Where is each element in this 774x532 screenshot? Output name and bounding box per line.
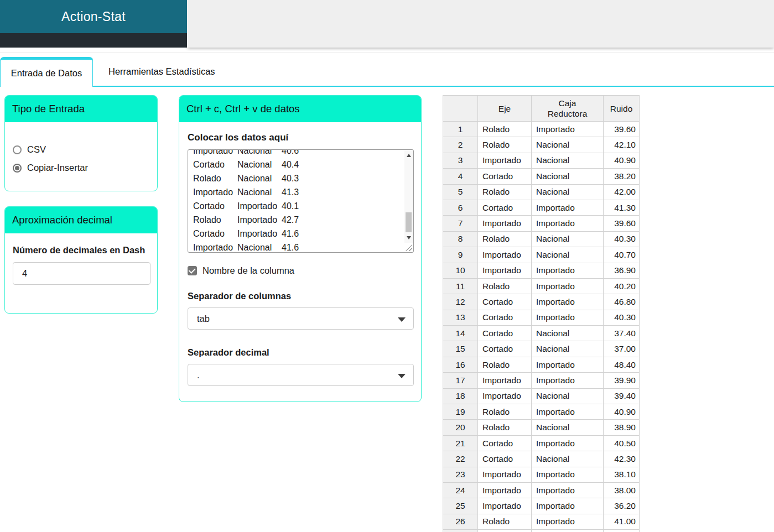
table-cell[interactable]: Cortado	[478, 326, 532, 341]
table-cell[interactable]: 38.10	[604, 467, 640, 482]
table-cell[interactable]: Cortado	[478, 435, 532, 451]
table-cell[interactable]: 48.40	[604, 357, 640, 372]
tab-herramientas-estadisticas[interactable]: Herramientas Estadísticas	[93, 57, 774, 87]
table-cell[interactable]: 40.70	[604, 247, 640, 263]
row-index-cell: 13	[443, 310, 478, 325]
table-cell[interactable]: Cortado	[478, 341, 532, 357]
scroll-down-button[interactable]	[404, 233, 413, 242]
table-cell[interactable]: Nacional	[532, 231, 604, 247]
table-cell[interactable]: Importado	[532, 200, 604, 215]
table-cell[interactable]: Cortado	[478, 200, 532, 215]
radio-option-copiar-insertar[interactable]: Copiar-Insertar	[13, 163, 149, 173]
table-cell[interactable]: Importado	[532, 373, 604, 388]
table-cell[interactable]: 39.90	[604, 373, 640, 388]
table-cell[interactable]: Importado	[532, 294, 604, 310]
table-cell[interactable]: 41.30	[604, 200, 640, 215]
table-cell[interactable]: Cortado	[478, 451, 532, 467]
row-index-cell: 5	[443, 184, 478, 200]
table-cell[interactable]: Importado	[478, 263, 532, 278]
table-cell[interactable]: 42.10	[604, 137, 640, 153]
table-cell[interactable]: Nacional	[532, 451, 604, 467]
table-cell[interactable]: Importado	[478, 247, 532, 263]
table-cell[interactable]: Rolado	[478, 231, 532, 247]
tab-label: Herramientas Estadísticas	[108, 66, 215, 77]
table-cell[interactable]: Rolado	[478, 514, 532, 529]
row-index-cell: 9	[443, 247, 478, 263]
table-cell[interactable]: Cortado	[478, 310, 532, 325]
row-index-cell: 14	[443, 326, 478, 341]
decimals-input[interactable]	[13, 262, 150, 285]
table-cell[interactable]: Importado	[532, 482, 604, 498]
table-cell[interactable]: Importado	[532, 122, 604, 137]
table-cell[interactable]: 40.30	[604, 231, 640, 247]
table-cell[interactable]: 40.90	[604, 153, 640, 168]
table-cell[interactable]: 36.90	[604, 263, 640, 278]
table-cell[interactable]: Nacional	[532, 184, 604, 200]
table-cell[interactable]: 40.50	[604, 435, 640, 451]
table-cell[interactable]: Importado	[478, 216, 532, 231]
table-cell[interactable]: Importado	[532, 435, 604, 451]
radio-option-csv[interactable]: CSV	[13, 144, 149, 155]
table-cell[interactable]: Nacional	[532, 388, 604, 404]
table-cell[interactable]: 40.30	[604, 310, 640, 325]
paste-textarea[interactable]: Importado Nacional 40.6 Cortado Nacional…	[188, 149, 414, 253]
table-cell[interactable]: Rolado	[478, 404, 532, 420]
table-cell[interactable]: Rolado	[478, 420, 532, 435]
table-cell[interactable]: 42.30	[604, 451, 640, 467]
table-cell[interactable]: Importado	[532, 310, 604, 325]
column-header	[443, 96, 478, 122]
table-cell[interactable]: 40.20	[604, 278, 640, 294]
table-cell[interactable]: Rolado	[478, 357, 532, 372]
table-cell[interactable]: Importado	[478, 388, 532, 404]
column-name-checkbox[interactable]: Nombre de la columna	[188, 265, 413, 276]
table-cell[interactable]: Importado	[478, 482, 532, 498]
decimal-separator-dropdown[interactable]: .	[188, 364, 414, 386]
table-cell[interactable]: Importado	[478, 373, 532, 388]
table-cell[interactable]: Importado	[532, 357, 604, 372]
table-cell[interactable]: Importado	[532, 404, 604, 420]
table-cell[interactable]: 39.60	[604, 216, 640, 231]
table-cell[interactable]: 38.00	[604, 482, 640, 498]
table-cell[interactable]: Nacional	[532, 341, 604, 357]
table-cell[interactable]: Nacional	[532, 326, 604, 341]
table-cell[interactable]: Rolado	[478, 184, 532, 200]
textarea-scrollbar[interactable]	[404, 150, 413, 243]
table-row: 14CortadoNacional37.40	[443, 326, 640, 341]
table-cell[interactable]: Importado	[478, 153, 532, 168]
table-cell[interactable]: Nacional	[532, 153, 604, 168]
table-cell[interactable]: Importado	[478, 498, 532, 514]
scroll-up-button[interactable]	[404, 152, 413, 160]
table-cell[interactable]: Importado	[478, 467, 532, 482]
table-cell[interactable]: 37.40	[604, 326, 640, 341]
table-cell[interactable]: 42.00	[604, 184, 640, 200]
input-type-options: CSV Copiar-Insertar	[5, 122, 157, 173]
table-cell[interactable]: Rolado	[478, 278, 532, 294]
table-cell[interactable]: 46.80	[604, 294, 640, 310]
table-cell[interactable]: Importado	[532, 498, 604, 514]
table-cell[interactable]: 38.20	[604, 169, 640, 184]
table-cell[interactable]: Importado	[532, 514, 604, 529]
table-cell[interactable]: Nacional	[532, 137, 604, 153]
table-cell[interactable]: Rolado	[478, 137, 532, 153]
table-cell[interactable]: Importado	[532, 467, 604, 482]
table-cell[interactable]: Cortado	[478, 294, 532, 310]
table-cell[interactable]: Importado	[532, 278, 604, 294]
table-cell[interactable]: Importado	[532, 216, 604, 231]
table-cell[interactable]: 38.90	[604, 420, 640, 435]
table-cell[interactable]: Nacional	[532, 169, 604, 184]
row-index-cell: 26	[443, 514, 478, 529]
column-separator-dropdown[interactable]: tab	[188, 307, 414, 330]
table-cell[interactable]: Importado	[532, 263, 604, 278]
table-cell[interactable]: Nacional	[532, 247, 604, 263]
table-cell[interactable]: Rolado	[478, 122, 532, 137]
table-cell[interactable]: 40.90	[604, 404, 640, 420]
table-cell[interactable]: Nacional	[532, 420, 604, 435]
table-cell[interactable]: 36.20	[604, 498, 640, 514]
table-cell[interactable]: Cortado	[478, 169, 532, 184]
scrollbar-thumb[interactable]	[406, 212, 412, 232]
table-cell[interactable]: 39.60	[604, 122, 640, 137]
table-cell[interactable]: 39.40	[604, 388, 640, 404]
table-cell[interactable]: 37.00	[604, 341, 640, 357]
tab-entrada-de-datos[interactable]: Entrada de Datos	[0, 57, 93, 87]
table-cell[interactable]: 41.00	[604, 514, 640, 529]
